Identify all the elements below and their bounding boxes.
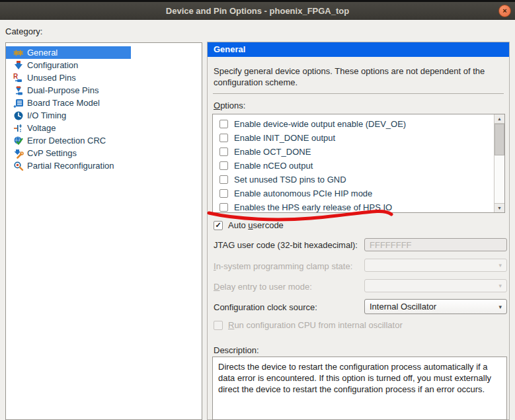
category-item-board-trace-model[interactable]: Board Trace Model bbox=[6, 97, 131, 109]
scrollbar-thumb[interactable] bbox=[495, 124, 504, 155]
category-item-label: Configuration bbox=[27, 60, 78, 70]
options-list: Enable device-wide output enable (DEV_OE… bbox=[212, 114, 505, 213]
option-checkbox[interactable] bbox=[219, 203, 228, 212]
category-item-label: CvP Settings bbox=[27, 148, 77, 158]
option-row-enable-oct-done[interactable]: Enable OCT_DONE bbox=[213, 145, 494, 159]
option-checkbox[interactable] bbox=[219, 120, 228, 128]
in-system-programming-clamp-state-label: In-system programming clamp state: bbox=[214, 261, 352, 271]
cvp-settings-icon bbox=[13, 148, 24, 159]
close-icon: × bbox=[502, 7, 506, 15]
svg-text:R: R bbox=[13, 73, 19, 80]
category-item-label: General bbox=[27, 48, 58, 58]
option-label: Enable device-wide output enable (DEV_OE… bbox=[234, 119, 406, 129]
in-system-programming-clamp-state-select[interactable]: ▾ bbox=[364, 259, 507, 272]
window-title: Device and Pin Options - phoenix_FPGA_to… bbox=[166, 6, 349, 16]
jtag-user-code-label: JTAG user code (32-bit hexadecimal): bbox=[214, 240, 358, 250]
delay-entry-to-user-mode-label: Delay entry to user mode: bbox=[214, 282, 312, 292]
general-icon bbox=[13, 48, 24, 58]
jtag-user-code-input[interactable]: FFFFFFFF bbox=[364, 238, 507, 251]
option-checkbox[interactable] bbox=[219, 175, 228, 184]
option-row-enable-device-wide-output-enable-dev-oe[interactable]: Enable device-wide output enable (DEV_OE… bbox=[213, 117, 494, 131]
titlebar[interactable]: Device and Pin Options - phoenix_FPGA_to… bbox=[0, 2, 515, 20]
error-detection-crc-icon bbox=[13, 136, 24, 146]
chevron-down-icon: ▾ bbox=[498, 304, 502, 310]
option-checkbox[interactable] bbox=[219, 134, 228, 142]
category-item-label: Unused Pins bbox=[27, 73, 76, 83]
option-label: Set unused TSD pins to GND bbox=[234, 175, 346, 185]
category-item-label: Partial Reconfiguration bbox=[27, 161, 114, 171]
option-row-enable-nceo-output[interactable]: Enable nCEO output bbox=[213, 159, 494, 173]
option-checkbox[interactable] bbox=[219, 161, 228, 170]
category-item-i-o-timing[interactable]: I/O Timing bbox=[6, 109, 131, 122]
option-row-enable-init-done-output[interactable]: Enable INIT_DONE output bbox=[213, 131, 494, 145]
run-cpu-checkbox-row: Run configuration CPU from internal osci… bbox=[214, 320, 403, 330]
panel-intro-text: Specify general device options. These op… bbox=[214, 65, 502, 88]
category-item-unused-pins[interactable]: RUnused Pins bbox=[6, 71, 131, 84]
category-item-error-detection-crc[interactable]: Error Detection CRC bbox=[6, 134, 131, 147]
partial-reconfiguration-icon bbox=[13, 161, 24, 171]
category-item-label: I/O Timing bbox=[27, 110, 66, 120]
option-label: Enable autonomous PCIe HIP mode bbox=[234, 189, 372, 198]
category-item-label: Dual-Purpose Pins bbox=[27, 85, 99, 95]
scroll-up-button[interactable]: ▲ bbox=[495, 114, 504, 124]
category-item-label: Error Detection CRC bbox=[27, 136, 106, 146]
delay-entry-to-user-mode-select[interactable]: ▾ bbox=[364, 279, 507, 292]
panel-header: General bbox=[208, 42, 509, 57]
category-item-voltage[interactable]: Voltage bbox=[6, 122, 131, 134]
options-label: Options: bbox=[214, 101, 245, 110]
configuration-icon bbox=[13, 60, 24, 71]
chevron-down-icon: ▾ bbox=[498, 262, 502, 269]
io-timing-icon bbox=[13, 110, 24, 121]
category-item-label: Board Trace Model bbox=[27, 98, 100, 108]
category-item-dual-purpose-pins[interactable]: Dual-Purpose Pins bbox=[6, 84, 131, 97]
category-item-general[interactable]: General bbox=[6, 46, 131, 59]
category-item-configuration[interactable]: Configuration bbox=[6, 59, 131, 71]
divider bbox=[213, 93, 504, 94]
category-item-partial-reconfiguration[interactable]: Partial Reconfiguration bbox=[6, 159, 131, 172]
category-label: Category: bbox=[5, 26, 42, 36]
description-label: Description: bbox=[214, 345, 259, 355]
options-scrollbar[interactable]: ▲ ▼ bbox=[494, 114, 504, 212]
category-item-label: Voltage bbox=[27, 123, 56, 133]
chevron-down-icon: ▾ bbox=[498, 282, 502, 289]
option-row-enable-autonomous-pcie-hip-mode[interactable]: Enable autonomous PCIe HIP mode bbox=[213, 187, 494, 200]
run-cpu-label: Run configuration CPU from internal osci… bbox=[228, 320, 403, 330]
board-trace-model-icon bbox=[13, 98, 24, 108]
auto-usercode-checkbox-row[interactable]: ✓ Auto usercode bbox=[214, 220, 284, 230]
option-label: Enable INIT_DONE output bbox=[234, 133, 335, 143]
general-panel: General Specify general device options. … bbox=[207, 42, 510, 420]
scroll-up-icon: ▲ bbox=[497, 116, 502, 121]
category-item-cvp-settings[interactable]: CvP Settings bbox=[6, 147, 131, 159]
description-box: Directs the device to restart the config… bbox=[212, 357, 507, 420]
scroll-down-icon: ▼ bbox=[497, 206, 502, 210]
auto-usercode-label: Auto usercode bbox=[228, 220, 284, 230]
category-list: GeneralConfigurationRUnused PinsDual-Pur… bbox=[5, 42, 202, 420]
scroll-down-button[interactable]: ▼ bbox=[495, 203, 504, 212]
option-checkbox[interactable] bbox=[219, 189, 228, 198]
close-button[interactable]: × bbox=[498, 5, 511, 17]
configuration-clock-source-select[interactable]: Internal Oscillator▾ bbox=[364, 299, 507, 314]
dual-purpose-pins-icon bbox=[13, 85, 24, 96]
configuration-clock-source-label: Configuration clock source: bbox=[214, 302, 317, 312]
option-label: Enable OCT_DONE bbox=[234, 147, 311, 157]
option-row-set-unused-tsd-pins-to-gnd[interactable]: Set unused TSD pins to GND bbox=[213, 173, 494, 187]
option-checkbox[interactable] bbox=[219, 147, 228, 156]
unused-pins-icon: R bbox=[13, 73, 24, 83]
option-label: Enable nCEO output bbox=[234, 161, 313, 171]
auto-usercode-checkbox[interactable]: ✓ bbox=[214, 221, 223, 230]
voltage-icon bbox=[13, 123, 24, 134]
selected-value: Internal Oscillator bbox=[370, 302, 436, 312]
option-row-enables-the-hps-early-release-of-hps-io[interactable]: Enables the HPS early release of HPS IO bbox=[213, 200, 494, 214]
option-label: Enables the HPS early release of HPS IO bbox=[234, 202, 392, 212]
run-cpu-checkbox[interactable] bbox=[214, 321, 223, 330]
